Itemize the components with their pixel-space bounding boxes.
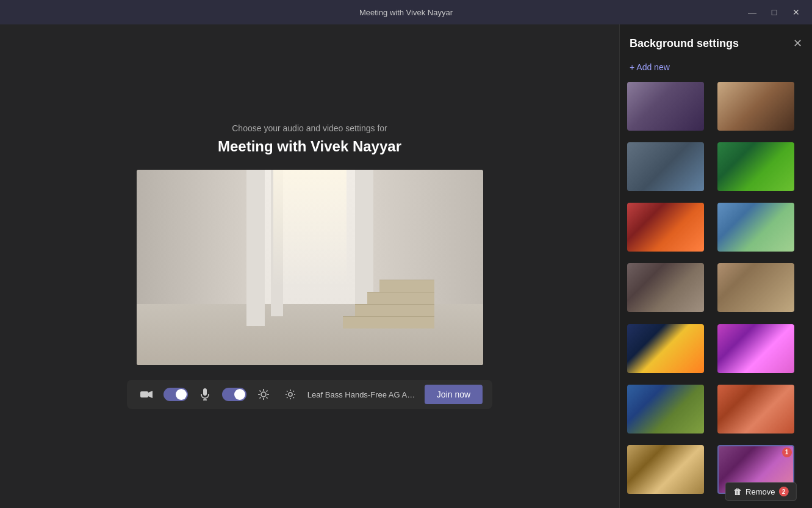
meeting-subtitle: Choose your audio and video settings for bbox=[232, 123, 387, 133]
camera-toggle-knob bbox=[176, 389, 187, 400]
bg-thumb-container-9 bbox=[627, 324, 715, 382]
main-layout: Choose your audio and video settings for… bbox=[0, 24, 812, 508]
bg-thumb-container-10 bbox=[717, 324, 805, 382]
bg-thumb-container-5 bbox=[627, 203, 715, 261]
arch-pillar-1 bbox=[246, 170, 265, 326]
background-grid: 1 🗑 Remove 2 bbox=[620, 77, 812, 508]
background-settings-panel: Background settings ✕ + Add new bbox=[619, 24, 812, 508]
video-preview bbox=[137, 170, 483, 365]
svg-rect-0 bbox=[140, 391, 148, 397]
video-inner bbox=[137, 170, 483, 365]
minimize-button[interactable]: — bbox=[746, 6, 758, 18]
meeting-title: Meeting with Vivek Nayyar bbox=[218, 138, 401, 155]
trash-icon: 🗑 bbox=[733, 487, 742, 496]
bg-thumb-container-3 bbox=[627, 142, 715, 200]
badge-1: 1 bbox=[782, 448, 792, 457]
close-window-button[interactable]: ✕ bbox=[790, 6, 802, 18]
mic-toggle[interactable] bbox=[222, 388, 246, 401]
arch-window-light bbox=[273, 170, 347, 287]
stair-step bbox=[355, 304, 434, 316]
effects-icon[interactable] bbox=[254, 385, 273, 404]
bg-thumbnail-8[interactable] bbox=[717, 263, 794, 312]
settings-icon[interactable] bbox=[281, 385, 300, 404]
badge-2: 2 bbox=[778, 487, 788, 496]
bg-thumb-container-13 bbox=[627, 445, 715, 503]
device-label: Leaf Bass Hands-Free AG Au... bbox=[307, 390, 417, 399]
camera-toggle[interactable] bbox=[163, 388, 188, 401]
svg-point-5 bbox=[261, 392, 266, 397]
bg-thumbnail-7[interactable] bbox=[627, 263, 704, 312]
content-area: Choose your audio and video settings for… bbox=[0, 24, 619, 508]
arch-stairs bbox=[343, 280, 434, 328]
window-title: Meeting with Vivek Nayyar bbox=[359, 8, 453, 17]
bg-thumb-container-4 bbox=[717, 142, 805, 200]
bg-thumbnail-5[interactable] bbox=[627, 203, 704, 252]
stair-step bbox=[367, 292, 434, 304]
bg-thumbnail-1[interactable] bbox=[627, 82, 704, 131]
svg-rect-2 bbox=[203, 388, 207, 396]
bg-thumb-container-2 bbox=[717, 82, 805, 140]
window-controls: — □ ✕ bbox=[746, 6, 802, 18]
mic-toggle-knob bbox=[234, 389, 245, 400]
add-new-button[interactable]: + Add new bbox=[620, 57, 812, 77]
svg-point-6 bbox=[289, 393, 292, 396]
bg-thumb-container-6 bbox=[717, 203, 805, 261]
remove-popup: 🗑 Remove 2 bbox=[725, 482, 796, 501]
join-now-button[interactable]: Join now bbox=[425, 385, 483, 404]
bg-panel-header: Background settings ✕ bbox=[620, 24, 812, 57]
bg-thumb-container-11 bbox=[627, 385, 715, 443]
bg-thumb-container-8 bbox=[717, 263, 805, 321]
bg-thumb-container-1 bbox=[627, 82, 715, 140]
bg-thumb-container-12 bbox=[717, 385, 805, 443]
bg-thumbnail-2[interactable] bbox=[717, 82, 794, 131]
svg-marker-1 bbox=[148, 391, 153, 398]
bg-thumbnail-13[interactable] bbox=[627, 445, 704, 494]
bg-thumbnail-6[interactable] bbox=[717, 203, 794, 252]
bg-thumbnail-9[interactable] bbox=[627, 324, 704, 373]
remove-label[interactable]: Remove bbox=[746, 487, 775, 496]
bg-thumb-container-14: 1 🗑 Remove 2 bbox=[717, 445, 805, 503]
camera-icon bbox=[137, 385, 156, 404]
stair-step bbox=[379, 280, 434, 292]
maximize-button[interactable]: □ bbox=[768, 6, 780, 18]
bg-panel-title: Background settings bbox=[630, 37, 739, 50]
stair-step bbox=[343, 316, 434, 328]
close-panel-button[interactable]: ✕ bbox=[793, 37, 802, 50]
bg-thumbnail-3[interactable] bbox=[627, 142, 704, 191]
title-bar: Meeting with Vivek Nayyar — □ ✕ bbox=[0, 0, 812, 24]
bg-thumbnail-4[interactable] bbox=[717, 142, 794, 191]
bg-thumbnail-10[interactable] bbox=[717, 324, 794, 373]
controls-bar: Leaf Bass Hands-Free AG Au... Join now bbox=[127, 380, 492, 409]
bg-thumbnail-11[interactable] bbox=[627, 385, 704, 434]
mic-icon bbox=[195, 385, 215, 404]
bg-thumbnail-12[interactable] bbox=[717, 385, 794, 434]
bg-thumb-container-7 bbox=[627, 263, 715, 321]
